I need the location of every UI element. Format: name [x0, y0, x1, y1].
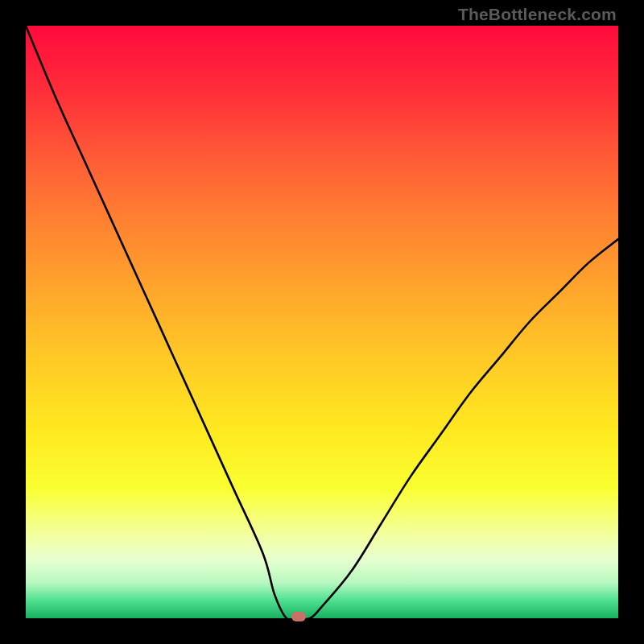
watermark-text: TheBottleneck.com: [458, 5, 617, 24]
chart-frame: TheBottleneck.com: [0, 0, 644, 644]
optimal-marker: [291, 612, 306, 621]
bottleneck-curve: [26, 26, 618, 618]
plot-area: [26, 26, 618, 618]
